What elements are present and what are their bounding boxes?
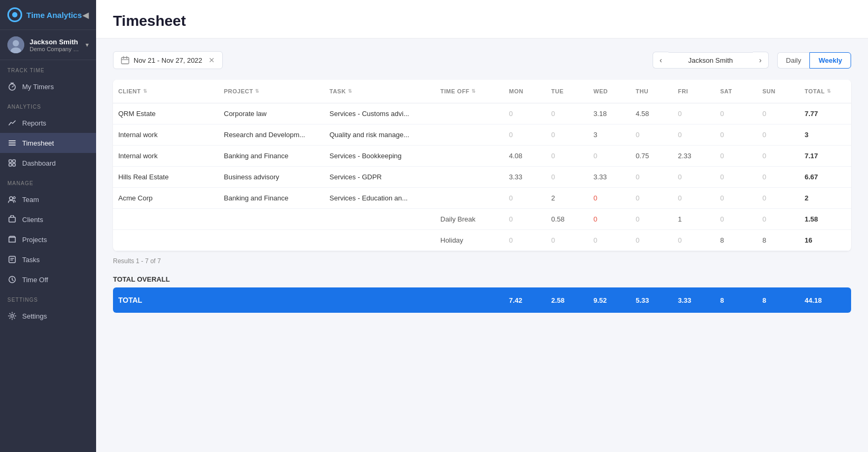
cell-sat: 0 (715, 209, 757, 229)
cell-mon: 0 (504, 103, 546, 124)
cell-fri: 0 (673, 230, 715, 251)
cell-task: Services - Customs advi... (324, 103, 435, 124)
cell-sat: 8 (715, 230, 757, 251)
cell-tue: 0 (546, 103, 588, 124)
cell-fri: 0 (673, 188, 715, 208)
cell-tue: 2 (546, 188, 588, 208)
sidebar-collapse-button[interactable]: ◀ (82, 10, 89, 20)
svg-point-21 (11, 315, 14, 318)
cell-fri: 1 (673, 209, 715, 229)
sidebar-item-label-reports: Reports (22, 119, 46, 127)
col-header-timeoff: TIME OFF ⇅ (435, 85, 504, 98)
cell-wed: 0 (588, 230, 630, 251)
cell-sat: 0 (715, 167, 757, 187)
section-label-analytics: ANALYTICS (0, 97, 96, 113)
cell-wed: 0 (588, 188, 630, 208)
cell-project: Research and Developm... (219, 124, 324, 145)
cell-wed: 3.33 (588, 167, 630, 187)
cell-wed: 0 (588, 209, 630, 229)
cell-sat: 0 (715, 188, 757, 208)
cell-thu: 0 (630, 230, 673, 251)
cell-fri: 0 (673, 103, 715, 124)
table-row: Daily Break 0 0.58 0 0 1 0 0 1.58 (113, 209, 851, 230)
col-header-total: TOTAL ⇅ (799, 85, 851, 98)
total-overall-label: TOTAL OVERALL (113, 275, 851, 283)
col-header-mon: MON (504, 85, 546, 98)
app-logo-icon (7, 7, 22, 22)
clients-icon (7, 215, 17, 224)
section-label-track-time: TRACK TIME (0, 60, 96, 76)
sidebar-item-timers[interactable]: My Timers (0, 76, 96, 97)
user-profile[interactable]: Jackson Smith Demo Company Ltd ▾ (0, 30, 96, 60)
right-controls: ‹ Jackson Smith › Daily Weekly (653, 52, 851, 69)
daily-view-button[interactable]: Daily (777, 52, 810, 69)
total-wed: 9.52 (588, 288, 630, 313)
cell-tue: 0.58 (546, 209, 588, 229)
cell-tue: 0 (546, 146, 588, 166)
total-sat: 8 (715, 288, 757, 313)
main-content: Timesheet Nov 21 - Nov 27, 2022 ✕ ‹ Jack (96, 0, 868, 452)
svg-point-14 (10, 197, 13, 200)
sidebar-item-timesheet[interactable]: Timesheet (0, 133, 96, 153)
calendar-icon (121, 56, 129, 64)
cell-mon: 0 (504, 209, 546, 229)
results-label: Results 1 - 7 of 7 (113, 257, 851, 265)
svg-line-5 (12, 86, 14, 88)
content-area: Nov 21 - Nov 27, 2022 ✕ ‹ Jackson Smith … (96, 39, 868, 452)
cell-fri: 0 (673, 124, 715, 145)
cell-wed: 0 (588, 146, 630, 166)
svg-rect-16 (9, 217, 15, 222)
date-picker-button[interactable]: Nov 21 - Nov 27, 2022 ✕ (113, 51, 223, 69)
cell-client: Internal work (113, 124, 219, 145)
cell-client (113, 234, 219, 247)
weekly-view-button[interactable]: Weekly (809, 52, 851, 69)
cell-sat: 0 (715, 124, 757, 145)
cell-timeoff: Holiday (435, 230, 504, 251)
cell-timeoff (435, 150, 504, 162)
cell-task: Quality and risk manage... (324, 124, 435, 145)
sort-icon-project[interactable]: ⇅ (255, 89, 260, 94)
cell-mon: 4.08 (504, 146, 546, 166)
sidebar: Time Analytics ◀ Jackson Smith Demo Comp… (0, 0, 96, 452)
total-sun: 8 (757, 288, 799, 313)
svg-rect-13 (13, 164, 15, 166)
dashboard-icon (7, 158, 17, 168)
table-row: Internal work Research and Developm... Q… (113, 124, 851, 146)
sidebar-item-label-settings: Settings (22, 312, 47, 320)
sort-icon-total[interactable]: ⇅ (827, 89, 832, 94)
sidebar-logo: Time Analytics ◀ (0, 0, 96, 30)
sort-icon-client[interactable]: ⇅ (143, 89, 148, 94)
view-toggle: Daily Weekly (777, 52, 851, 69)
sidebar-item-projects[interactable]: Projects (0, 229, 96, 249)
sidebar-item-tasks[interactable]: Tasks (0, 249, 96, 270)
cell-client: Internal work (113, 146, 219, 166)
sidebar-item-reports[interactable]: Reports (0, 113, 96, 133)
cell-task (324, 213, 435, 226)
cell-project: Business advisory (219, 167, 324, 187)
col-header-project: PROJECT ⇅ (219, 85, 324, 98)
clear-date-button[interactable]: ✕ (209, 56, 215, 64)
cell-timeoff (435, 192, 504, 205)
next-user-button[interactable]: › (753, 52, 769, 69)
col-header-thu: THU (630, 85, 673, 98)
cell-fri: 0 (673, 167, 715, 187)
cell-thu: 0 (630, 188, 673, 208)
cell-sat: 0 (715, 146, 757, 166)
cell-sun: 0 (757, 124, 799, 145)
section-label-settings: SETTINGS (0, 290, 96, 306)
sidebar-item-timeoff[interactable]: Time Off (0, 270, 96, 290)
svg-rect-11 (13, 160, 15, 162)
sidebar-item-dashboard[interactable]: Dashboard (0, 153, 96, 173)
date-range-label: Nov 21 - Nov 27, 2022 (134, 56, 202, 64)
prev-user-button[interactable]: ‹ (653, 52, 668, 69)
sort-icon-timeoff[interactable]: ⇅ (471, 89, 476, 94)
sidebar-item-clients[interactable]: Clients (0, 209, 96, 229)
sidebar-item-settings[interactable]: Settings (0, 306, 96, 326)
sort-icon-task[interactable]: ⇅ (348, 89, 353, 94)
cell-client: Hills Real Estate (113, 167, 219, 187)
cell-project: Banking and Finance (219, 146, 324, 166)
table-row: Acme Corp Banking and Finance Services -… (113, 188, 851, 209)
cell-project (219, 213, 324, 226)
cell-project: Banking and Finance (219, 188, 324, 208)
sidebar-item-team[interactable]: Team (0, 189, 96, 209)
